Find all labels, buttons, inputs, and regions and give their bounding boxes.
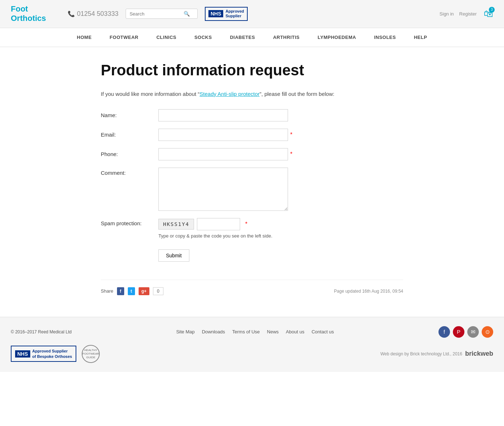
footer-contact-link[interactable]: Contact us xyxy=(311,329,334,334)
phone-icon: 📞 xyxy=(68,10,75,17)
phone-number: 01254 503333 xyxy=(77,10,118,18)
twitter-share-button[interactable]: t xyxy=(128,287,135,295)
email-label: Email: xyxy=(101,132,158,138)
footer-facebook-link[interactable]: f xyxy=(438,326,450,338)
phone-area: 📞 01254 503333 xyxy=(68,10,118,18)
footer-nhs-area: NHS Approved Supplier of Bespoke Orthose… xyxy=(11,345,100,363)
spam-code-row: HKSS1Y4 * xyxy=(158,218,273,230)
footer-terms-link[interactable]: Terms of Use xyxy=(232,329,260,334)
search-button[interactable]: 🔍 xyxy=(184,11,190,17)
search-input[interactable] xyxy=(130,11,184,17)
footer-top: © 2016–2017 Reed Medical Ltd Site Map Do… xyxy=(11,326,493,338)
spam-content: HKSS1Y4 * Type or copy & paste the code … xyxy=(158,218,273,239)
footer-news-link[interactable]: News xyxy=(267,329,279,334)
header: Foot Orthotics 📞 01254 503333 🔍 NHS Appr… xyxy=(0,0,504,28)
footer-social: f P ✉ ⊙ xyxy=(438,326,493,338)
main-content: Product information request If you would… xyxy=(90,47,414,317)
comment-row: Comment: xyxy=(101,168,403,211)
header-right: Sign in Register 🛍 3 xyxy=(440,8,493,19)
brickweb-logo: brickweb xyxy=(465,350,493,358)
brickweb-area: Web design by Brick technology Ltd., 201… xyxy=(381,350,493,358)
spam-code-display: HKSS1Y4 xyxy=(158,219,194,230)
footer-links: Site Map Downloads Terms of Use News Abo… xyxy=(176,329,334,334)
cart-button[interactable]: 🛍 3 xyxy=(484,8,493,19)
sign-links: Sign in Register xyxy=(440,11,477,17)
search-box: 🔍 xyxy=(126,9,198,19)
phone-required: * xyxy=(290,151,292,157)
nav-item-arthritis[interactable]: ARTHRITIS xyxy=(264,28,309,46)
footer-about-link[interactable]: About us xyxy=(286,329,304,334)
product-link[interactable]: Steady Anti-slip protector xyxy=(199,91,260,97)
name-input[interactable] xyxy=(158,109,288,121)
footer-nhs-text: Approved Supplier of Bespoke Orthoses xyxy=(32,349,72,359)
googleplus-share-button[interactable]: g+ xyxy=(139,287,149,295)
footer-email-link[interactable]: ✉ xyxy=(467,326,479,338)
spam-hint: Type or copy & paste the code you see on… xyxy=(158,233,273,239)
main-nav: HOME FOOTWEAR CLINICS SOCKS DIABETES ART… xyxy=(0,28,504,47)
comment-input[interactable] xyxy=(158,168,288,211)
submit-button[interactable]: Submit xyxy=(158,249,189,262)
email-required: * xyxy=(290,132,292,138)
spam-label: Spam protection: xyxy=(101,218,158,226)
footer-nhs-logo: NHS xyxy=(15,350,30,358)
page-title: Product information request xyxy=(101,62,403,79)
name-row: Name: xyxy=(101,109,403,121)
spam-required: * xyxy=(245,221,247,227)
facebook-share-button[interactable]: f xyxy=(117,287,124,295)
brickweb-text: Web design by Brick technology Ltd., 201… xyxy=(381,351,462,356)
email-row: Email: * xyxy=(101,129,403,141)
healthy-footwear-icon: HEALTHY FOOTWEAR GUIDE xyxy=(82,345,100,363)
healthy-badge: HEALTHY FOOTWEAR GUIDE xyxy=(82,345,100,363)
footer-downloads-link[interactable]: Downloads xyxy=(202,329,225,334)
phone-label: Phone: xyxy=(101,151,158,157)
share-label: Share xyxy=(101,288,113,294)
page-updated: Page updated 16th Aug 2016, 09:54 xyxy=(334,289,403,294)
nav-item-lymphoedema[interactable]: LYMPHOEDEMA xyxy=(309,28,365,46)
footer-rss-link[interactable]: ⊙ xyxy=(482,326,493,338)
sign-in-link[interactable]: Sign in xyxy=(440,11,454,17)
phone-input[interactable] xyxy=(158,148,288,160)
nav-item-socks[interactable]: SOCKS xyxy=(185,28,221,46)
nhs-approved-text: Approved Supplier xyxy=(225,9,244,18)
nhs-logo: NHS xyxy=(208,10,224,17)
spam-row: Spam protection: HKSS1Y4 * Type or copy … xyxy=(101,218,403,239)
nav-item-footwear[interactable]: FOOTWEAR xyxy=(101,28,148,46)
comment-label: Comment: xyxy=(101,168,158,176)
nav-item-clinics[interactable]: CLINICS xyxy=(147,28,185,46)
nav-item-help[interactable]: HELP xyxy=(405,28,436,46)
nav-item-insoles[interactable]: INSOLES xyxy=(365,28,405,46)
logo[interactable]: Foot Orthotics xyxy=(11,4,46,23)
like-count: 0 xyxy=(153,287,163,295)
footer-pinterest-link[interactable]: P xyxy=(453,326,464,338)
nav-item-home[interactable]: HOME xyxy=(68,28,101,46)
spam-input[interactable] xyxy=(197,218,240,230)
product-info-form: Name: Email: * Phone: * Comment: Spam pr… xyxy=(101,109,403,262)
cart-count: 3 xyxy=(489,7,495,13)
phone-row: Phone: * xyxy=(101,148,403,160)
nav-item-diabetes[interactable]: DIABETES xyxy=(221,28,264,46)
intro-text: If you would like more information about… xyxy=(101,90,403,98)
share-section: Share f t g+ 0 Page updated 16th Aug 201… xyxy=(101,280,403,295)
footer-sitemap-link[interactable]: Site Map xyxy=(176,329,194,334)
footer-copyright: © 2016–2017 Reed Medical Ltd xyxy=(11,329,72,334)
footer-nhs-badge: NHS Approved Supplier of Bespoke Orthose… xyxy=(11,346,76,362)
nhs-badge: NHS Approved Supplier xyxy=(205,7,248,21)
footer: © 2016–2017 Reed Medical Ltd Site Map Do… xyxy=(0,317,504,372)
register-link[interactable]: Register xyxy=(459,11,477,17)
footer-bottom: NHS Approved Supplier of Bespoke Orthose… xyxy=(11,345,493,363)
name-label: Name: xyxy=(101,112,158,118)
email-input[interactable] xyxy=(158,129,288,141)
submit-row: Submit xyxy=(158,246,403,262)
